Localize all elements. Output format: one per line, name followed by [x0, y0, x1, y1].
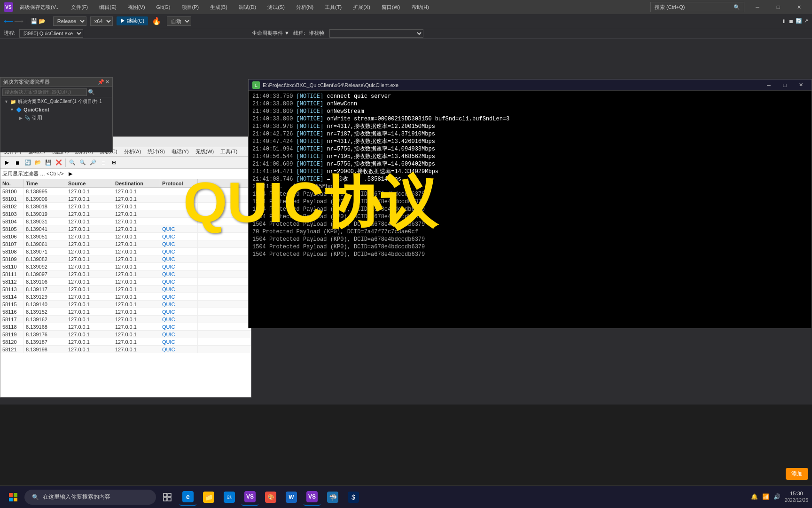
- taskbar-edge-icon[interactable]: e: [180, 489, 196, 506]
- menu-extensions[interactable]: 扩展(X): [350, 2, 373, 13]
- table-row[interactable]: 58112 8.139106 127.0.0.1 127.0.0.1 QUIC: [0, 278, 251, 286]
- table-row[interactable]: 58108 8.139071 127.0.0.1 127.0.0.1 QUIC: [0, 248, 251, 255]
- close-button[interactable]: ✕: [789, 0, 808, 14]
- start-button[interactable]: [4, 488, 23, 507]
- stop-button[interactable]: 🔥: [152, 16, 161, 25]
- toolbar-save-btn[interactable]: 💾: [31, 18, 38, 24]
- ws-grid-btn[interactable]: ⊞: [109, 158, 118, 167]
- menu-build[interactable]: 生成(B): [207, 2, 230, 13]
- ws-save-btn[interactable]: 💾: [44, 158, 53, 167]
- debug-btn-3[interactable]: 🔄: [796, 18, 802, 24]
- payload-line: 1504 Protected Payload (KP0), DCID=a678e…: [252, 243, 808, 251]
- table-row[interactable]: 58105 8.139041 127.0.0.1 127.0.0.1 QUIC: [0, 225, 251, 233]
- menu-tools[interactable]: 工具(T): [322, 2, 344, 13]
- menu-edit[interactable]: 编辑(E): [96, 2, 119, 13]
- ws-filter-btn[interactable]: 🔍: [68, 158, 77, 167]
- table-row[interactable]: 58100 8.138995 127.0.0.1 127.0.0.1: [0, 188, 251, 195]
- taskbar-explorer-icon[interactable]: 📁: [200, 489, 217, 506]
- table-row[interactable]: 58107 8.139061 127.0.0.1 127.0.0.1 QUIC: [0, 240, 251, 248]
- process-select[interactable]: [3980] QuicClient.exe: [19, 29, 83, 38]
- taskbar-terminal-icon[interactable]: $: [345, 489, 362, 506]
- table-row[interactable]: 58115 8.139140 127.0.0.1 127.0.0.1 QUIC: [0, 301, 251, 308]
- ws-stop-btn[interactable]: ⏹: [13, 158, 22, 167]
- table-row[interactable]: 58111 8.139097 127.0.0.1 127.0.0.1 QUIC: [0, 270, 251, 278]
- menu-git[interactable]: Git(G): [154, 2, 173, 12]
- table-row[interactable]: 58116 8.139152 127.0.0.1 127.0.0.1 QUIC: [0, 308, 251, 316]
- debug-btn-2[interactable]: ⏹: [789, 18, 794, 24]
- maximize-button[interactable]: □: [769, 0, 788, 14]
- minimize-button[interactable]: ─: [748, 0, 767, 14]
- menu-advanced-save[interactable]: 高级保存选项(V...: [17, 2, 62, 13]
- table-row[interactable]: 58113 8.139117 127.0.0.1 127.0.0.1 QUIC: [0, 286, 251, 293]
- ws-close-btn[interactable]: ❌: [54, 158, 63, 167]
- table-row[interactable]: 58104 8.139031 127.0.0.1 127.0.0.1: [0, 218, 251, 225]
- table-row[interactable]: 58103 8.139019 127.0.0.1 127.0.0.1: [0, 210, 251, 218]
- ws-menu-stats[interactable]: 统计(S): [146, 147, 167, 156]
- menu-window[interactable]: 窗口(W): [379, 2, 403, 13]
- menu-project[interactable]: 项目(P): [179, 2, 202, 13]
- filter-apply-btn[interactable]: ▶: [66, 169, 75, 179]
- taskbar-store-icon[interactable]: 🛍: [221, 489, 238, 506]
- continue-button[interactable]: ▶ 继续(C): [117, 16, 148, 25]
- debug-btn-1[interactable]: ⏸: [781, 18, 787, 24]
- table-row[interactable]: 58121 8.139198 127.0.0.1 127.0.0.1 QUIC: [0, 346, 251, 353]
- ws-zoom-in-btn[interactable]: 🔍: [78, 158, 87, 167]
- table-row[interactable]: 58119 8.139176 127.0.0.1 127.0.0.1 QUIC: [0, 331, 251, 338]
- menu-test[interactable]: 测试(S): [265, 2, 288, 13]
- ws-menu-analyze[interactable]: 分析(A): [122, 147, 143, 156]
- volume-icon[interactable]: 🔊: [773, 493, 781, 500]
- ws-start-btn[interactable]: ▶: [2, 158, 12, 167]
- platform-dropdown[interactable]: x64 x86: [90, 16, 113, 26]
- table-row[interactable]: 58114 8.139129 127.0.0.1 127.0.0.1 QUIC: [0, 293, 251, 301]
- ws-menu-tools[interactable]: 工具(T): [219, 147, 239, 156]
- table-row[interactable]: 58109 8.139082 127.0.0.1 127.0.0.1 QUIC: [0, 255, 251, 263]
- ws-zoom-out-btn[interactable]: 🔎: [88, 158, 98, 167]
- console-maximize-btn[interactable]: □: [778, 80, 792, 90]
- menu-file[interactable]: 文件(F): [68, 2, 91, 13]
- search-box[interactable]: 搜索 (Ctrl+Q) 🔍: [650, 2, 744, 12]
- notification-icon[interactable]: 🔔: [751, 493, 758, 500]
- shark-taskbar-icon: 🦈: [327, 492, 338, 503]
- pin-icon[interactable]: 📌: [98, 79, 104, 85]
- taskbar-word-icon[interactable]: W: [283, 489, 300, 506]
- menu-analyze[interactable]: 分析(N): [293, 2, 316, 13]
- tree-ref-item[interactable]: ▶ 📎 引用: [0, 113, 112, 122]
- table-row[interactable]: 58110 8.139092 127.0.0.1 127.0.0.1 QUIC: [0, 263, 251, 270]
- taskbar-paint-icon[interactable]: 🎨: [262, 489, 279, 506]
- config-dropdown[interactable]: Release Debug: [53, 16, 86, 26]
- toolbar-back-btn[interactable]: ⟵: [4, 17, 13, 25]
- system-clock[interactable]: 15:30 2022/12/25: [785, 490, 808, 504]
- auto-dropdown[interactable]: 自动: [167, 16, 191, 26]
- table-row[interactable]: 58106 8.139051 127.0.0.1 127.0.0.1 QUIC: [0, 233, 251, 240]
- debug-btn-4[interactable]: ↗: [804, 18, 808, 24]
- table-row[interactable]: 58120 8.139187 127.0.0.1 127.0.0.1 QUIC: [0, 338, 251, 346]
- tree-project-item[interactable]: ▼ 🔷 QuicClient: [0, 106, 112, 113]
- panel-close-icon[interactable]: ✕: [105, 79, 109, 85]
- taskbar-vs-icon[interactable]: VS: [242, 489, 258, 506]
- ws-menu-wireless[interactable]: 无线(W): [194, 147, 216, 156]
- ws-menu-phone[interactable]: 电话(Y): [170, 147, 191, 156]
- table-row[interactable]: 58118 8.139168 127.0.0.1 127.0.0.1 QUIC: [0, 323, 251, 331]
- taskbar-view-button[interactable]: [159, 489, 176, 506]
- menu-debug[interactable]: 调试(D): [236, 2, 259, 13]
- taskbar-vs2-icon[interactable]: VS: [304, 489, 320, 506]
- table-row[interactable]: 58102 8.139018 127.0.0.1 127.0.0.1: [0, 203, 251, 210]
- ws-open-btn[interactable]: 📂: [33, 158, 43, 167]
- menu-help[interactable]: 帮助(H): [409, 2, 432, 13]
- network-icon[interactable]: 📶: [762, 493, 770, 500]
- solution-search-input[interactable]: [2, 88, 87, 96]
- table-row[interactable]: 58101 8.139006 127.0.0.1 127.0.0.1: [0, 195, 251, 203]
- stack-select[interactable]: [329, 29, 423, 38]
- toolbar-fwd-btn[interactable]: ⟶: [14, 17, 23, 25]
- ws-restart-btn[interactable]: 🔄: [23, 158, 32, 167]
- ws-list-btn[interactable]: ≡: [99, 158, 108, 167]
- taskbar-shark-icon[interactable]: 🦈: [324, 489, 341, 506]
- tree-solution-item[interactable]: ▼ 📁 解决方案'BXC_QuicClient'(1 个项目/共 1: [0, 97, 112, 106]
- menu-view[interactable]: 视图(V): [125, 2, 148, 13]
- console-close-btn[interactable]: ✕: [794, 80, 808, 90]
- taskbar-search-box[interactable]: 🔍 在这里输入你要搜索的内容: [24, 490, 156, 505]
- add-button[interactable]: 添加: [786, 468, 808, 480]
- toolbar-open-btn[interactable]: 📂: [39, 18, 46, 24]
- table-row[interactable]: 58117 8.139162 127.0.0.1 127.0.0.1 QUIC: [0, 316, 251, 323]
- console-minimize-btn[interactable]: ─: [762, 80, 776, 90]
